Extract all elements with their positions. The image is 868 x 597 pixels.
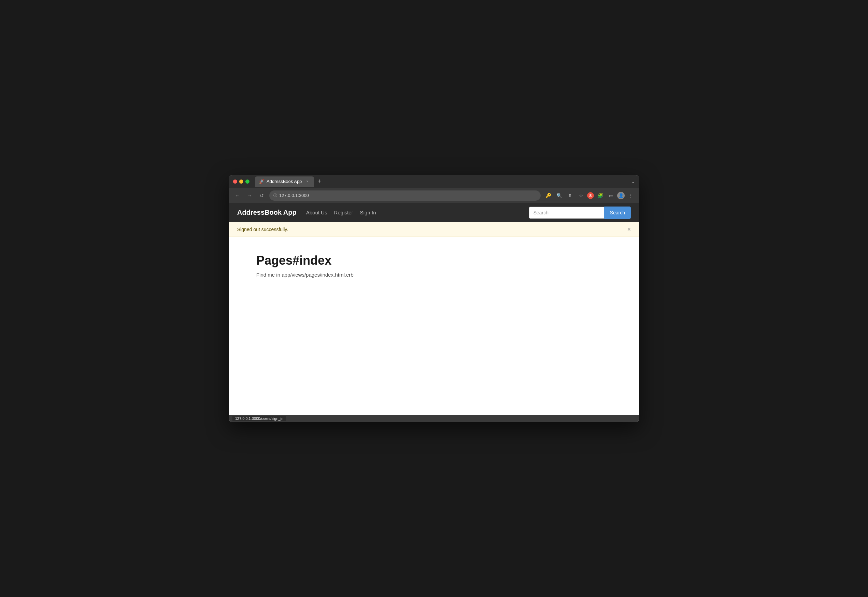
reload-button[interactable]: ↺ — [257, 191, 267, 200]
address-url: 127.0.0.1:3000 — [279, 193, 309, 198]
nav-icons-right: 🔑 🔍 ⬆ ☆ S 🧩 ▭ 👤 ⋮ — [544, 191, 635, 200]
close-window-button[interactable] — [233, 180, 237, 184]
browser-window: 🚀 AddressBook App × + ⌄ ← → ↺ ⓘ 127.0.0.… — [229, 175, 639, 422]
block-icon: S — [587, 192, 594, 199]
page-title: Pages#index — [256, 253, 612, 268]
key-icon-button[interactable]: 🔑 — [544, 191, 553, 200]
more-menu-button[interactable]: ⋮ — [626, 191, 635, 200]
window-chevron-icon: ⌄ — [631, 179, 635, 184]
search-button[interactable]: Search — [604, 206, 631, 219]
address-lock-icon: ⓘ — [273, 193, 277, 198]
search-input[interactable] — [529, 206, 604, 219]
address-bar[interactable]: ⓘ 127.0.0.1:3000 — [269, 190, 541, 201]
share-icon-button[interactable]: ⬆ — [565, 191, 575, 200]
new-tab-button[interactable]: + — [316, 178, 323, 185]
main-content: Pages#index Find me in app/views/pages/i… — [229, 237, 639, 415]
status-url: 127.0.0.1:3000/users/sign_in — [233, 416, 286, 421]
title-bar: 🚀 AddressBook App × + ⌄ — [229, 175, 639, 188]
nav-link-about[interactable]: About Us — [306, 209, 327, 215]
nav-link-register[interactable]: Register — [334, 209, 353, 215]
nav-bar: ← → ↺ ⓘ 127.0.0.1:3000 🔑 🔍 ⬆ ☆ S 🧩 ▭ 👤 ⋮ — [229, 188, 639, 203]
avatar[interactable]: 👤 — [617, 192, 625, 199]
extensions-icon-button[interactable]: 🧩 — [595, 191, 605, 200]
status-bar: 127.0.0.1:3000/users/sign_in — [229, 415, 639, 422]
alert-banner: Signed out successfully. × — [229, 222, 639, 237]
maximize-window-button[interactable] — [245, 180, 249, 184]
app-brand: AddressBook App — [237, 209, 297, 217]
search-icon-button[interactable]: 🔍 — [554, 191, 564, 200]
traffic-lights — [233, 180, 249, 184]
active-tab[interactable]: 🚀 AddressBook App × — [255, 177, 314, 187]
sidebar-icon-button[interactable]: ▭ — [606, 191, 616, 200]
page-description: Find me in app/views/pages/index.html.er… — [256, 272, 612, 278]
tab-close-button[interactable]: × — [305, 179, 310, 184]
bookmark-icon-button[interactable]: ☆ — [576, 191, 586, 200]
app-bar: AddressBook App About Us Register Sign I… — [229, 203, 639, 222]
tab-favicon-icon: 🚀 — [259, 179, 264, 184]
nav-link-signin[interactable]: Sign In — [360, 209, 376, 215]
tab-bar: 🚀 AddressBook App × + — [255, 177, 628, 187]
tab-title: AddressBook App — [267, 179, 302, 184]
back-button[interactable]: ← — [233, 191, 242, 200]
minimize-window-button[interactable] — [239, 180, 243, 184]
alert-close-button[interactable]: × — [627, 226, 631, 233]
forward-button[interactable]: → — [245, 191, 254, 200]
alert-message: Signed out successfully. — [237, 227, 288, 232]
search-container: Search — [529, 206, 631, 219]
